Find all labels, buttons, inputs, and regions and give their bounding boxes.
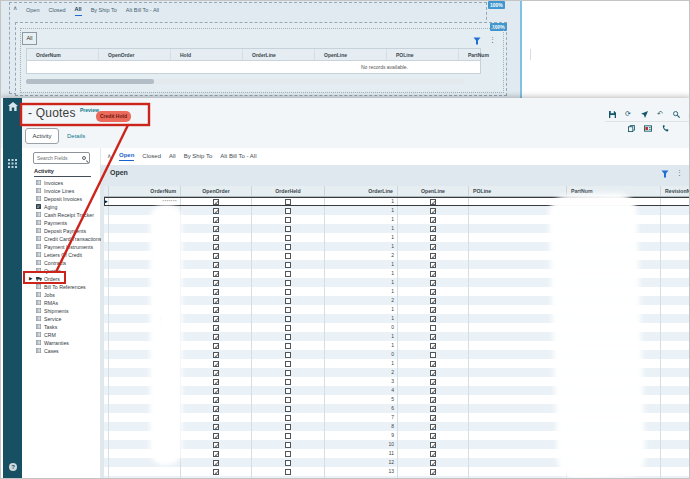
tab-open[interactable]: Open <box>119 152 134 161</box>
send-icon[interactable] <box>640 110 648 118</box>
checkbox-checked-icon[interactable] <box>213 325 219 331</box>
horizontal-scrollbar[interactable] <box>26 79 464 84</box>
tab-details[interactable]: Details <box>67 133 85 139</box>
checkbox-checked-icon[interactable] <box>213 280 219 286</box>
checkbox-unchecked-icon[interactable] <box>285 406 291 412</box>
checkbox-unchecked-icon[interactable] <box>430 352 436 358</box>
nav-item-letters-of-credit[interactable]: Letters Of Credit <box>22 251 101 259</box>
checkbox-checked-icon[interactable] <box>213 370 219 376</box>
checkbox-checked-icon[interactable] <box>430 397 436 403</box>
refresh-icon[interactable]: ⟳ <box>624 110 632 118</box>
checkbox-checked-icon[interactable] <box>430 433 436 439</box>
nav-item-invoice-lines[interactable]: Invoice Lines <box>22 187 101 195</box>
tab-by-ship-to[interactable]: By Ship To <box>91 6 117 16</box>
checkbox-checked-icon[interactable] <box>430 280 436 286</box>
checkbox-checked-icon[interactable] <box>213 406 219 412</box>
checkbox-unchecked-icon[interactable] <box>285 226 291 232</box>
checkbox-checked-icon[interactable] <box>430 442 436 448</box>
checkbox-unchecked-icon[interactable] <box>285 307 291 313</box>
checkbox-checked-icon[interactable] <box>430 469 436 475</box>
expand-caret-icon[interactable]: ▶ <box>29 276 32 282</box>
checkbox-unchecked-icon[interactable] <box>285 253 291 259</box>
checkbox-unchecked-icon[interactable] <box>285 244 291 250</box>
nav-item-warranties[interactable]: Warranties <box>22 339 101 347</box>
checkbox-checked-icon[interactable] <box>213 199 219 205</box>
checkbox-unchecked-icon[interactable] <box>285 352 291 358</box>
column-header-orderline[interactable]: OrderLine <box>243 49 315 60</box>
grid-kebab-icon[interactable]: ⋮ <box>676 169 683 177</box>
checkbox-checked-icon[interactable] <box>430 460 436 466</box>
nav-item-payment-instruments[interactable]: Payment Instruments <box>22 243 101 251</box>
checkbox-checked-icon[interactable] <box>430 334 436 340</box>
column-header-revisionnum[interactable]: RevisionNum <box>661 186 690 196</box>
checkbox-unchecked-icon[interactable] <box>285 199 291 205</box>
checkbox-unchecked-icon[interactable] <box>285 334 291 340</box>
tab-closed[interactable]: Closed <box>142 153 161 161</box>
phone-icon[interactable] <box>661 124 669 132</box>
checkbox-checked-icon[interactable] <box>213 217 219 223</box>
checkbox-checked-icon[interactable] <box>430 289 436 295</box>
checkbox-checked-icon[interactable] <box>430 343 436 349</box>
group-tab-all[interactable]: All <box>22 32 37 45</box>
checkbox-checked-icon[interactable] <box>430 307 436 313</box>
nav-item-crm[interactable]: CRM <box>22 331 101 339</box>
checkbox-checked-icon[interactable] <box>213 442 219 448</box>
nav-item-invoices[interactable]: Invoices <box>22 179 101 187</box>
checkbox-checked-icon[interactable] <box>213 361 219 367</box>
checkbox-checked-icon[interactable] <box>430 361 436 367</box>
checkbox-checked-icon[interactable] <box>213 469 219 475</box>
checkbox-checked-icon[interactable] <box>430 208 436 214</box>
checkbox-checked-icon[interactable] <box>430 244 436 250</box>
checkbox-unchecked-icon[interactable] <box>285 343 291 349</box>
nav-item-rmas[interactable]: RMAs <box>22 299 101 307</box>
checkbox-unchecked-icon[interactable] <box>285 460 291 466</box>
checkbox-unchecked-icon[interactable] <box>285 397 291 403</box>
checkbox-checked-icon[interactable] <box>430 298 436 304</box>
grid-menu-kebab-icon[interactable]: ⋮ <box>489 36 496 44</box>
checkbox-checked-icon[interactable] <box>213 334 219 340</box>
tab-closed[interactable]: Closed <box>48 6 65 16</box>
checkbox-checked-icon[interactable] <box>213 289 219 295</box>
apps-menu-icon[interactable] <box>8 159 17 168</box>
tab-alt-bill-to-all[interactable]: Alt Bill To - All <box>126 6 159 16</box>
checkbox-checked-icon[interactable] <box>213 307 219 313</box>
checkbox-checked-icon[interactable] <box>430 235 436 241</box>
nav-item-payments[interactable]: Payments <box>22 219 101 227</box>
checkbox-checked-icon[interactable] <box>430 253 436 259</box>
checkbox-checked-icon[interactable] <box>213 253 219 259</box>
nav-item-bill-to-references[interactable]: Bill To References <box>22 283 101 291</box>
checkbox-unchecked-icon[interactable] <box>285 280 291 286</box>
checkbox-checked-icon[interactable] <box>213 343 219 349</box>
checkbox-unchecked-icon[interactable] <box>285 262 291 268</box>
panel-collapse-chevron-icon[interactable]: ∧ <box>107 153 111 160</box>
copy-icon[interactable] <box>627 124 635 132</box>
tab-all[interactable]: All <box>169 153 176 161</box>
column-header-openline[interactable]: OpenLine <box>315 49 387 60</box>
checkbox-checked-icon[interactable] <box>213 460 219 466</box>
checkbox-unchecked-icon[interactable] <box>430 325 436 331</box>
checkbox-checked-icon[interactable] <box>213 451 219 457</box>
column-header-openorder[interactable]: OpenOrder <box>99 49 171 60</box>
checkbox-checked-icon[interactable] <box>213 244 219 250</box>
checkbox-checked-icon[interactable] <box>213 424 219 430</box>
checkbox-unchecked-icon[interactable] <box>285 271 291 277</box>
checkbox-checked-icon[interactable] <box>213 298 219 304</box>
save-icon[interactable] <box>608 110 616 118</box>
checkbox-checked-icon[interactable] <box>213 379 219 385</box>
nav-item-deposit-invoices[interactable]: Deposit Invoices <box>22 195 101 203</box>
tab-activity[interactable]: Activity <box>25 128 59 144</box>
nav-item-cases[interactable]: Cases <box>22 347 101 355</box>
filter-icon[interactable] <box>473 37 481 45</box>
checkbox-checked-icon[interactable] <box>213 208 219 214</box>
checkbox-unchecked-icon[interactable] <box>285 217 291 223</box>
checkbox-unchecked-icon[interactable] <box>285 433 291 439</box>
nav-item-jobs[interactable]: Jobs <box>22 291 101 299</box>
checkbox-checked-icon[interactable] <box>213 415 219 421</box>
search-icon[interactable] <box>672 110 680 118</box>
checkbox-checked-icon[interactable] <box>430 370 436 376</box>
column-header-orderline[interactable]: OrderLine <box>325 186 398 196</box>
checkbox-checked-icon[interactable] <box>430 226 436 232</box>
checkbox-unchecked-icon[interactable] <box>285 388 291 394</box>
checkbox-unchecked-icon[interactable] <box>285 298 291 304</box>
column-header-ordernum[interactable]: OrderNum <box>109 186 181 196</box>
